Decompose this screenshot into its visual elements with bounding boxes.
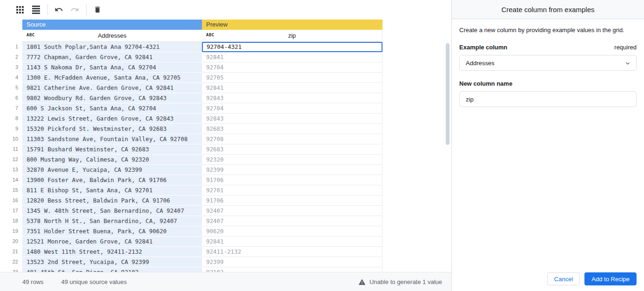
source-cells: 1801 South Poplar,Santa Ana 92704-432177… (22, 42, 202, 272)
delete-icon[interactable] (91, 4, 103, 16)
new-column-name-label: New column name (459, 80, 512, 87)
source-cell[interactable]: 15791 Bushard Westminster, CA 92683 (22, 144, 202, 155)
row-number: 7 (0, 103, 22, 114)
preview-cell[interactable]: 92843 (202, 114, 382, 124)
row-number: 3 (0, 62, 22, 73)
warning-text: Unable to generate 1 value (369, 278, 442, 285)
add-to-recipe-button[interactable]: Add to Recipe (584, 272, 637, 285)
source-group-header[interactable]: Source (22, 20, 202, 30)
source-cell[interactable]: 1345 W. 48th Street, San Bernardino, CA … (22, 206, 202, 216)
undo-icon[interactable] (53, 4, 65, 16)
vertical-scrollbar[interactable] (446, 43, 449, 145)
source-cell[interactable]: 800 Mustang Way, Calimesa, CA 92320 (22, 155, 202, 165)
preview-cell[interactable]: 92704 (202, 103, 382, 114)
string-type-icon: ABC (27, 33, 35, 37)
preview-cell[interactable]: 92843 (202, 93, 382, 103)
create-column-panel: Create column from examples Create a new… (451, 0, 644, 291)
row-number: 22 (0, 257, 22, 267)
list-view-glyph (32, 6, 40, 14)
cancel-button[interactable]: Cancel (547, 272, 580, 285)
panel-actions: Cancel Add to Recipe (547, 272, 637, 285)
row-number: 14 (0, 175, 22, 185)
preview-cell[interactable]: 92705 (202, 73, 382, 83)
preview-cell[interactable]: 92841 (202, 83, 382, 93)
source-cell[interactable]: 7772 Chapman, Garden Grove, CA 92841 (22, 52, 202, 62)
list-view-icon[interactable] (30, 4, 42, 16)
source-cell[interactable]: 7351 Holder Street Buena, Park, CA 90620 (22, 226, 202, 237)
preview-cell[interactable]: 92320 (202, 155, 382, 165)
preview-cell[interactable]: 92407 (202, 206, 382, 216)
required-label: required (614, 44, 637, 51)
preview-cell[interactable]: 92841 (202, 237, 382, 247)
preview-group-header[interactable]: Preview (202, 20, 382, 30)
preview-cell[interactable]: 92407 (202, 216, 382, 226)
source-cell[interactable]: 1143 S Nakoma Dr, Santa Ana, CA 92704 (22, 62, 202, 73)
grid-toolbar (0, 0, 451, 19)
source-cell[interactable]: 32870 Avenue E, Yucaipa, CA 92399 (22, 165, 202, 175)
row-number: 12 (0, 155, 22, 165)
redo-icon[interactable] (68, 4, 80, 16)
source-cell[interactable]: 13222 Lewis Street, Garden Grove, CA 928… (22, 114, 202, 124)
grid-panel: Source Preview ABC Addresses ABC zip 123… (0, 0, 451, 291)
source-cell[interactable]: 401 45th St. San Diego, CA 92102 (22, 267, 202, 272)
source-cell[interactable]: 13900 Foster Ave, Baldwin Park, CA 91706 (22, 175, 202, 185)
row-number: 4 (0, 73, 22, 83)
preview-cell[interactable]: 91706 (202, 175, 382, 185)
row-number-column: 1234567891011121314151617181920212223 (0, 42, 22, 272)
preview-cell-selected[interactable]: 92704-4321 (202, 42, 382, 52)
toolbar-separator (47, 4, 48, 15)
preview-cells: 92704-4321928419270492705928419284392704… (202, 42, 382, 272)
source-cell[interactable]: 13523 2nd Street, Yucaipa, CA 92399 (22, 257, 202, 267)
string-type-icon: ABC (206, 33, 215, 37)
example-column-select[interactable]: Addresses (459, 55, 637, 71)
preview-cell[interactable]: 92399 (202, 257, 382, 267)
source-cell[interactable]: 5378 North H St., San Bernardino, CA, 92… (22, 216, 202, 226)
row-number: 15 (0, 185, 22, 196)
source-cell[interactable]: 1480 West 11th Street, 92411-2132 (22, 247, 202, 257)
grid-view-icon[interactable] (14, 4, 26, 16)
row-number: 8 (0, 114, 22, 124)
grid-footer: 49 rows 49 unique source values Unable t… (0, 272, 451, 291)
row-number: 21 (0, 247, 22, 257)
row-number: 23 (0, 267, 22, 272)
new-column-name-input[interactable] (459, 91, 637, 107)
source-cell[interactable]: 9802 Woodbury Rd. Garden Grove, CA 92843 (22, 93, 202, 103)
preview-cell[interactable]: 90620 (202, 226, 382, 237)
row-number: 5 (0, 83, 22, 93)
preview-cell[interactable]: 92399 (202, 165, 382, 175)
preview-cell[interactable]: 92704 (202, 62, 382, 73)
row-number: 19 (0, 226, 22, 237)
preview-cell[interactable]: 92708 (202, 134, 382, 144)
example-column-value: Addresses (466, 60, 494, 67)
preview-cell[interactable]: 92102 (202, 267, 382, 272)
preview-cell[interactable]: 92683 (202, 124, 382, 134)
panel-description: Create a new column by providing example… (459, 27, 637, 34)
source-cell[interactable]: 600 S Jackson St, Santa Ana, CA 92704 (22, 103, 202, 114)
source-cell[interactable]: 12521 Monroe, Garden Grove, CA 92841 (22, 237, 202, 247)
source-column-name: Addresses (22, 30, 202, 41)
create-column-from-examples-screen: Source Preview ABC Addresses ABC zip 123… (0, 0, 644, 291)
example-column-label: Example column (459, 44, 507, 51)
row-number: 1 (0, 42, 22, 52)
source-cell[interactable]: 9821 Catherine Ave. Garden Grove, CA 928… (22, 83, 202, 93)
row-number: 18 (0, 216, 22, 226)
grid-rows-area: 1234567891011121314151617181920212223 18… (0, 42, 446, 272)
preview-cell[interactable]: 91706 (202, 196, 382, 206)
source-cell[interactable]: 15320 Pickford St. Westminster, CA 92683 (22, 124, 202, 134)
preview-cell[interactable]: 92411-2132 (202, 247, 382, 257)
preview-cell[interactable]: 92683 (202, 144, 382, 155)
source-cell[interactable]: 811 E Bishop St, Santa Ana, CA 92701 (22, 185, 202, 196)
panel-title: Create column from examples (452, 0, 644, 19)
source-cell[interactable]: 1300 E. McFadden Avenue, Santa Ana, CA 9… (22, 73, 202, 83)
grid-view-glyph (16, 6, 24, 14)
source-cell[interactable]: 1801 South Poplar,Santa Ana 92704-4321 (22, 42, 202, 52)
preview-cell[interactable]: 92701 (202, 185, 382, 196)
source-column-header[interactable]: ABC Addresses (22, 30, 202, 42)
preview-column-name: zip (202, 30, 382, 41)
row-number: 17 (0, 206, 22, 216)
preview-column-header[interactable]: ABC zip (202, 30, 382, 42)
preview-cell[interactable]: 92841 (202, 52, 382, 62)
row-number: 9 (0, 124, 22, 134)
source-cell[interactable]: 11303 Sandstone Ave, Fountain Valley, CA… (22, 134, 202, 144)
source-cell[interactable]: 12820 Bess Street, Baldwin Park, CA 9170… (22, 196, 202, 206)
